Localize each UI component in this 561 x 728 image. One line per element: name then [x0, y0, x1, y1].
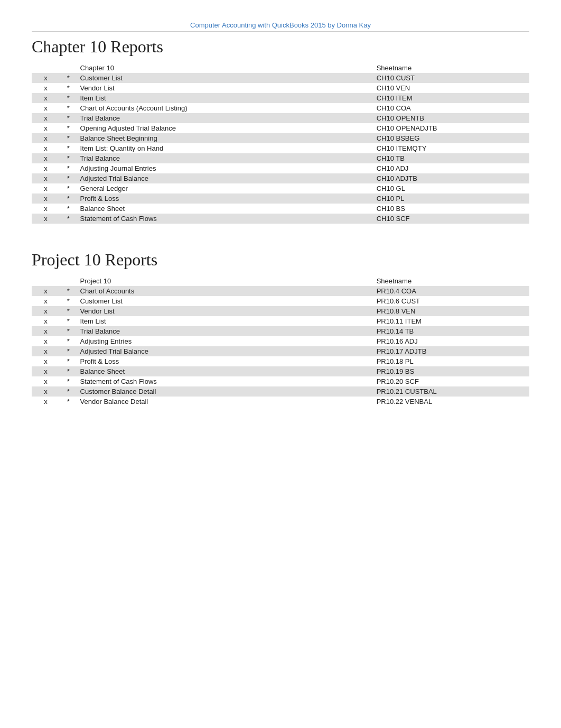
row-star: * — [60, 93, 77, 103]
row-name: Adjusted Trial Balance — [77, 173, 373, 183]
row-star: * — [60, 113, 77, 123]
proj-col-header-sheetname: Sheetname — [373, 276, 529, 286]
row-x: x — [32, 204, 60, 214]
row-x: x — [32, 336, 60, 346]
row-star: * — [60, 153, 77, 163]
row-sheet: PR10.20 SCF — [373, 376, 529, 386]
table-row: x * Balance Sheet CH10 BS — [32, 204, 529, 214]
row-x: x — [32, 163, 60, 173]
row-sheet: PR10.6 CUST — [373, 296, 529, 306]
row-star: * — [60, 103, 77, 113]
row-sheet: CH10 COA — [373, 103, 529, 113]
table-row: x * Profit & Loss PR10.18 PL — [32, 356, 529, 366]
row-x: x — [32, 93, 60, 103]
table-row: x * Customer List CH10 CUST — [32, 73, 529, 83]
row-x: x — [32, 376, 60, 386]
row-star: * — [60, 173, 77, 183]
row-name: Adjusted Trial Balance — [77, 346, 373, 356]
col-header-chapter: Chapter 10 — [77, 63, 373, 73]
row-name: Trial Balance — [77, 153, 373, 163]
table-row: x * Chart of Accounts PR10.4 COA — [32, 286, 529, 296]
table-row: x * Vendor List PR10.8 VEN — [32, 306, 529, 316]
table-row: x * Adjusted Trial Balance CH10 ADJTB — [32, 173, 529, 183]
row-name: Balance Sheet — [77, 204, 373, 214]
table-row: x * Item List PR10.11 ITEM — [32, 316, 529, 326]
subtitle: Computer Accounting with QuickBooks 2015… — [32, 21, 529, 29]
row-star: * — [60, 346, 77, 356]
row-name: Trial Balance — [77, 113, 373, 123]
row-x: x — [32, 316, 60, 326]
table-row: x * Trial Balance CH10 OPENTB — [32, 113, 529, 123]
row-sheet: CH10 SCF — [373, 214, 529, 224]
row-x: x — [32, 214, 60, 224]
row-name: Vendor List — [77, 83, 373, 93]
table-row: x * Trial Balance PR10.14 TB — [32, 326, 529, 336]
col-header-star — [60, 63, 77, 73]
chapter-section: Chapter 10 Reports Chapter 10 Sheetname … — [32, 31, 529, 224]
row-x: x — [32, 386, 60, 397]
row-name: Chart of Accounts — [77, 286, 373, 296]
chapter-table: Chapter 10 Sheetname x * Customer List C… — [32, 63, 529, 224]
table-row: x * Vendor Balance Detail PR10.22 VENBAL — [32, 397, 529, 407]
row-name: Profit & Loss — [77, 356, 373, 366]
row-x: x — [32, 173, 60, 183]
project-table-header: Project 10 Sheetname — [32, 276, 529, 286]
row-star: * — [60, 397, 77, 407]
page-header: Computer Accounting with QuickBooks 2015… — [32, 21, 529, 29]
row-x: x — [32, 286, 60, 296]
row-name: Vendor List — [77, 306, 373, 316]
row-x: x — [32, 83, 60, 93]
row-star: * — [60, 214, 77, 224]
row-x: x — [32, 356, 60, 366]
table-row: x * Statement of Cash Flows PR10.20 SCF — [32, 376, 529, 386]
row-sheet: CH10 OPENTB — [373, 113, 529, 123]
row-name: Balance Sheet Beginning — [77, 133, 373, 143]
row-sheet: PR10.8 VEN — [373, 306, 529, 316]
row-x: x — [32, 73, 60, 83]
row-name: Customer List — [77, 73, 373, 83]
row-star: * — [60, 163, 77, 173]
row-sheet: PR10.14 TB — [373, 326, 529, 336]
row-star: * — [60, 296, 77, 306]
row-star: * — [60, 316, 77, 326]
row-x: x — [32, 103, 60, 113]
table-row: x * General Ledger CH10 GL — [32, 183, 529, 193]
table-row: x * Chart of Accounts (Account Listing) … — [32, 103, 529, 113]
row-sheet: PR10.19 BS — [373, 366, 529, 376]
row-sheet: PR10.16 ADJ — [373, 336, 529, 346]
row-name: Statement of Cash Flows — [77, 376, 373, 386]
row-x: x — [32, 153, 60, 163]
row-x: x — [32, 123, 60, 133]
row-sheet: CH10 ADJ — [373, 163, 529, 173]
row-x: x — [32, 397, 60, 407]
col-header-x — [32, 63, 60, 73]
row-name: Balance Sheet — [77, 366, 373, 376]
row-sheet: CH10 GL — [373, 183, 529, 193]
row-sheet: PR10.18 PL — [373, 356, 529, 366]
chapter-divider — [32, 31, 529, 32]
row-star: * — [60, 306, 77, 316]
row-x: x — [32, 143, 60, 153]
row-sheet: PR10.11 ITEM — [373, 316, 529, 326]
row-star: * — [60, 183, 77, 193]
table-row: x * Balance Sheet PR10.19 BS — [32, 366, 529, 376]
row-name: Item List: Quantity on Hand — [77, 143, 373, 153]
row-x: x — [32, 346, 60, 356]
col-header-sheetname: Sheetname — [373, 63, 529, 73]
row-x: x — [32, 193, 60, 204]
table-row: x * Adjusting Entries PR10.16 ADJ — [32, 336, 529, 346]
row-name: Chart of Accounts (Account Listing) — [77, 103, 373, 113]
row-name: Profit & Loss — [77, 193, 373, 204]
row-name: Item List — [77, 93, 373, 103]
row-name: General Ledger — [77, 183, 373, 193]
table-row: x * Item List CH10 ITEM — [32, 93, 529, 103]
table-row: x * Balance Sheet Beginning CH10 BSBEG — [32, 133, 529, 143]
row-name: Opening Adjusted Trial Balance — [77, 123, 373, 133]
row-name: Adjusting Journal Entries — [77, 163, 373, 173]
row-x: x — [32, 183, 60, 193]
row-sheet: PR10.21 CUSTBAL — [373, 386, 529, 397]
table-row: x * Adjusted Trial Balance PR10.17 ADJTB — [32, 346, 529, 356]
row-star: * — [60, 286, 77, 296]
row-sheet: CH10 BS — [373, 204, 529, 214]
row-star: * — [60, 336, 77, 346]
